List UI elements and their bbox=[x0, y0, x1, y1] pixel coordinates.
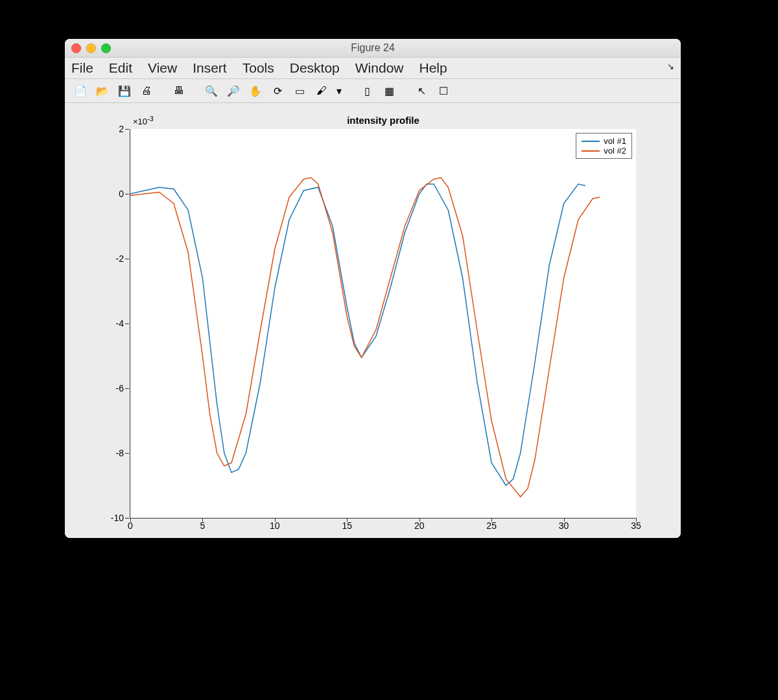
y-tick bbox=[125, 518, 129, 519]
window-title: Figure 24 bbox=[65, 42, 681, 54]
dock-icon[interactable]: ↘ bbox=[667, 62, 674, 71]
x-tick-label: 0 bbox=[128, 520, 133, 531]
menu-help[interactable]: Help bbox=[419, 60, 447, 76]
y-tick bbox=[125, 388, 129, 389]
data-cursor-icon[interactable]: ▭ bbox=[290, 82, 309, 100]
print-preview-icon[interactable]: 🖶 bbox=[170, 82, 188, 100]
rotate-icon[interactable]: ⟳ bbox=[268, 82, 287, 100]
plot-canvas bbox=[130, 129, 636, 518]
dropdown-icon[interactable]: ▾ bbox=[335, 82, 344, 100]
zoom-in-icon[interactable]: 🔍 bbox=[202, 82, 220, 100]
legend-entry-2: vol #2 bbox=[582, 146, 626, 156]
y-tick-label: -8 bbox=[98, 448, 124, 458]
figure-window: Figure 24 File Edit View Insert Tools De… bbox=[65, 39, 681, 538]
y-tick-label: -6 bbox=[98, 383, 124, 393]
menu-desktop[interactable]: Desktop bbox=[290, 60, 340, 76]
toolbar: 📄 📂 💾 🖨 🖶 🔍 🔎 ✋ ⟳ ▭ 🖌 ▾ ▯ ▦ ↖ ☐ bbox=[65, 79, 681, 103]
y-tick bbox=[125, 129, 129, 130]
y-tick bbox=[125, 259, 129, 259]
menu-insert[interactable]: Insert bbox=[193, 60, 227, 76]
series-line-1 bbox=[130, 184, 585, 485]
plot-area: intensity profile ×10-3 vol #1 vol #2 -1… bbox=[65, 103, 681, 538]
y-tick-label: -4 bbox=[98, 318, 124, 329]
legend-entry-1: vol #1 bbox=[582, 136, 626, 146]
x-tick-label: 25 bbox=[486, 520, 497, 531]
insert-legend-icon[interactable]: ▦ bbox=[380, 82, 398, 100]
series-line-2 bbox=[130, 178, 600, 497]
x-tick-label: 20 bbox=[414, 520, 425, 531]
brush-icon[interactable]: 🖌 bbox=[312, 82, 331, 100]
legend-label-1: vol #1 bbox=[604, 136, 626, 146]
menu-view[interactable]: View bbox=[148, 60, 177, 76]
chart-title: intensity profile bbox=[130, 115, 636, 126]
plot-tools-icon[interactable]: ☐ bbox=[434, 82, 453, 100]
print-icon[interactable]: 🖨 bbox=[137, 82, 156, 100]
y-tick bbox=[125, 194, 129, 194]
legend-swatch-2 bbox=[582, 150, 600, 152]
zoom-out-icon[interactable]: 🔎 bbox=[224, 82, 242, 100]
x-tick-label: 10 bbox=[270, 520, 280, 531]
menu-tools[interactable]: Tools bbox=[242, 60, 274, 76]
open-icon[interactable]: 📂 bbox=[93, 82, 112, 100]
y-tick bbox=[125, 323, 129, 324]
titlebar: Figure 24 bbox=[65, 39, 681, 58]
menubar: File Edit View Insert Tools Desktop Wind… bbox=[65, 58, 681, 79]
menu-edit[interactable]: Edit bbox=[109, 60, 132, 76]
x-tick-label: 15 bbox=[342, 520, 352, 531]
y-exponent: ×10-3 bbox=[133, 115, 154, 126]
save-icon[interactable]: 💾 bbox=[115, 82, 134, 100]
y-tick-label: 2 bbox=[98, 124, 124, 134]
y-tick-label: -10 bbox=[98, 513, 124, 523]
legend[interactable]: vol #1 vol #2 bbox=[576, 133, 632, 159]
insert-colorbar-icon[interactable]: ▯ bbox=[358, 82, 376, 100]
x-tick-label: 35 bbox=[631, 520, 641, 531]
x-tick-label: 5 bbox=[200, 520, 206, 531]
y-tick-label: 0 bbox=[98, 189, 124, 199]
legend-label-2: vol #2 bbox=[604, 146, 626, 156]
legend-swatch-1 bbox=[582, 141, 600, 142]
menu-window[interactable]: Window bbox=[355, 60, 404, 76]
y-tick-label: -2 bbox=[98, 253, 124, 264]
pan-icon[interactable]: ✋ bbox=[246, 82, 265, 100]
axes[interactable]: intensity profile ×10-3 vol #1 vol #2 -1… bbox=[130, 129, 636, 519]
menu-file[interactable]: File bbox=[71, 60, 93, 76]
y-tick bbox=[125, 453, 129, 454]
new-figure-icon[interactable]: 📄 bbox=[71, 82, 89, 100]
x-tick-label: 30 bbox=[559, 520, 569, 531]
pointer-icon[interactable]: ↖ bbox=[412, 82, 430, 100]
